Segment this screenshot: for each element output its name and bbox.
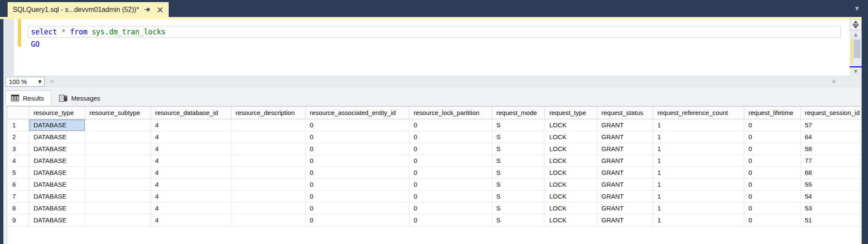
document-tab[interactable]: SQLQuery1.sql - s...devvm01admin (52))* … bbox=[8, 2, 169, 17]
grid-cell[interactable]: DATABASE bbox=[29, 202, 85, 214]
grid-cell[interactable]: 1 bbox=[653, 119, 744, 131]
grid-cell[interactable] bbox=[231, 143, 306, 155]
grid-cell[interactable]: S bbox=[492, 155, 545, 167]
column-header[interactable]: resource_associated_entity_id bbox=[306, 107, 409, 119]
row-header[interactable]: 1 bbox=[7, 119, 29, 131]
grid-cell[interactable]: GRANT bbox=[597, 119, 653, 131]
grid-cell[interactable] bbox=[231, 202, 306, 214]
grid-cell[interactable]: 4 bbox=[151, 214, 231, 226]
row-header[interactable]: 8 bbox=[7, 202, 29, 214]
column-header[interactable]: resource_database_id bbox=[151, 107, 231, 119]
grid-cell[interactable]: 53 bbox=[801, 202, 860, 214]
scroll-down-icon[interactable]: ▼ bbox=[850, 68, 862, 75]
grid-cell[interactable] bbox=[231, 131, 306, 143]
tab-results[interactable]: Results bbox=[6, 90, 51, 105]
grid-cell[interactable] bbox=[85, 143, 151, 155]
grid-cell[interactable]: 0 bbox=[409, 131, 492, 143]
scroll-left-icon[interactable]: ◀ bbox=[47, 78, 55, 85]
grid-cell[interactable]: LOCK bbox=[545, 131, 597, 143]
row-header[interactable]: 9 bbox=[7, 214, 29, 226]
grid-cell[interactable]: 0 bbox=[744, 202, 801, 214]
grid-cell[interactable]: 0 bbox=[306, 179, 409, 191]
grid-cell[interactable]: 0 bbox=[306, 214, 409, 226]
grid-cell[interactable] bbox=[85, 167, 151, 179]
grid-cell[interactable]: DATABASE bbox=[29, 214, 85, 226]
grid-cell[interactable]: 0 bbox=[306, 167, 409, 179]
row-header[interactable]: 6 bbox=[7, 179, 29, 191]
grid-cell-selected[interactable]: DATABASE bbox=[29, 119, 85, 131]
grid-cell[interactable]: 57 bbox=[801, 119, 860, 131]
grid-cell[interactable]: S bbox=[492, 131, 545, 143]
grid-cell[interactable]: 77 bbox=[801, 155, 860, 167]
column-header[interactable]: resource_subtype bbox=[85, 107, 151, 119]
grid-cell[interactable]: GRANT bbox=[597, 131, 653, 143]
grid-cell[interactable]: 0 bbox=[744, 131, 801, 143]
scroll-right-icon[interactable]: ▶ bbox=[831, 78, 838, 85]
column-header[interactable]: resource_type bbox=[29, 107, 85, 119]
grid-cell[interactable] bbox=[231, 167, 306, 179]
grid-cell[interactable]: S bbox=[492, 119, 545, 131]
document-list-dropdown-icon[interactable]: ▼ bbox=[852, 6, 862, 12]
grid-cell[interactable]: 0 bbox=[306, 143, 409, 155]
grid-cell[interactable]: GRANT bbox=[597, 191, 653, 202]
column-header[interactable]: resource_lock_partition bbox=[409, 107, 492, 119]
grid-cell[interactable]: 1 bbox=[653, 191, 744, 202]
grid-cell[interactable]: 1 bbox=[653, 179, 744, 191]
vertical-scrollbar-thumb[interactable] bbox=[854, 39, 860, 58]
grid-cell[interactable]: GRANT bbox=[597, 143, 653, 155]
row-header[interactable]: 7 bbox=[7, 191, 29, 202]
grid-cell[interactable] bbox=[231, 179, 306, 191]
grid-cell[interactable]: 1 bbox=[653, 214, 744, 226]
column-header[interactable]: request_type bbox=[545, 107, 597, 119]
grid-cell[interactable]: 0 bbox=[409, 155, 492, 167]
column-header[interactable]: request_session_id bbox=[801, 107, 860, 119]
close-icon[interactable]: × bbox=[156, 6, 164, 14]
grid-cell[interactable]: 1 bbox=[653, 143, 744, 155]
row-header[interactable]: 4 bbox=[7, 155, 29, 167]
grid-cell[interactable] bbox=[231, 214, 306, 226]
grid-cell[interactable]: LOCK bbox=[545, 214, 597, 226]
grid-cell[interactable]: DATABASE bbox=[29, 191, 85, 202]
grid-cell[interactable]: GRANT bbox=[597, 202, 653, 214]
grid-cell[interactable]: 64 bbox=[801, 131, 860, 143]
grid-cell[interactable]: S bbox=[492, 179, 545, 191]
grid-cell[interactable]: 4 bbox=[151, 131, 231, 143]
grid-cell[interactable]: S bbox=[492, 214, 545, 226]
grid-cell[interactable]: 4 bbox=[151, 179, 231, 191]
grid-cell[interactable] bbox=[85, 155, 151, 167]
grid-cell[interactable]: S bbox=[492, 167, 545, 179]
column-header[interactable]: request_lifetime bbox=[744, 107, 801, 119]
grid-cell[interactable]: LOCK bbox=[545, 143, 597, 155]
editor-horizontal-scrollbar[interactable] bbox=[3, 76, 862, 87]
grid-cell[interactable]: 0 bbox=[409, 119, 492, 131]
pin-icon[interactable] bbox=[143, 6, 152, 14]
tab-messages[interactable]: Messages bbox=[54, 91, 107, 105]
grid-cell[interactable] bbox=[231, 119, 306, 131]
grid-cell[interactable]: 0 bbox=[744, 179, 801, 191]
grid-cell[interactable]: S bbox=[492, 202, 545, 214]
grid-cell[interactable]: 51 bbox=[801, 214, 860, 226]
scroll-up-icon[interactable]: ▲ bbox=[850, 31, 862, 38]
grid-cell[interactable]: 4 bbox=[151, 143, 231, 155]
grid-cell[interactable]: S bbox=[492, 191, 545, 202]
column-header[interactable]: request_status bbox=[597, 107, 653, 119]
grid-cell[interactable]: 1 bbox=[653, 202, 744, 214]
grid-cell[interactable]: 0 bbox=[744, 119, 801, 131]
grid-cell[interactable]: 4 bbox=[151, 191, 231, 202]
grid-cell[interactable]: 4 bbox=[151, 167, 231, 179]
grid-cell[interactable]: 0 bbox=[409, 202, 492, 214]
grid-cell[interactable]: 54 bbox=[801, 191, 860, 202]
grid-cell[interactable]: LOCK bbox=[545, 179, 597, 191]
column-header[interactable]: request_reference_count bbox=[653, 107, 744, 119]
grid-cell[interactable]: 0 bbox=[306, 191, 409, 202]
grid-cell[interactable] bbox=[231, 155, 306, 167]
grid-cell[interactable]: 0 bbox=[744, 167, 801, 179]
column-header[interactable]: resource_description bbox=[231, 107, 306, 119]
grid-cell[interactable] bbox=[85, 191, 151, 202]
column-header[interactable]: request_mode bbox=[492, 107, 545, 119]
grid-cell[interactable]: 0 bbox=[409, 191, 492, 202]
grid-cell[interactable] bbox=[85, 202, 151, 214]
grid-cell[interactable]: 4 bbox=[151, 119, 231, 131]
grid-cell[interactable] bbox=[231, 191, 306, 202]
grid-cell[interactable] bbox=[85, 119, 151, 131]
